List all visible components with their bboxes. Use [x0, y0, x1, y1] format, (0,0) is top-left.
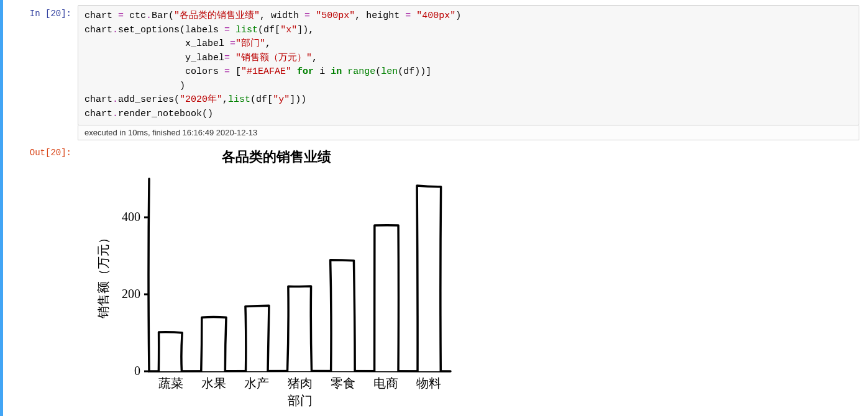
code-text [230, 25, 235, 35]
code-string: "500px" [316, 11, 355, 21]
code-string: "x" [280, 25, 297, 35]
code-text: (df[ [250, 94, 273, 105]
y-axis-label: 销售额（万元） [96, 232, 110, 319]
code-string: "2020年" [180, 94, 222, 105]
code-text [411, 11, 416, 21]
code-text: , [265, 38, 271, 49]
code-op: . [112, 109, 118, 119]
code-builtin: list [235, 25, 258, 35]
y-tick-label: 400 [122, 210, 140, 224]
bar-chart: 0200400蔬菜水果水产猪肉零食电商物料部门销售额（万元） [90, 173, 463, 409]
input-row: In [20]: chart = ctc.Bar("各品类的销售业绩", wid… [3, 5, 868, 140]
code-text: , [222, 94, 228, 105]
code-text: i [314, 66, 331, 77]
code-text: chart [85, 11, 118, 21]
code-text: render_notebook() [118, 109, 213, 119]
x-axis-label: 部门 [288, 394, 313, 407]
code-text: ) [85, 81, 185, 91]
chart-container: 各品类的销售业绩 0200400蔬菜水果水产猪肉零食电商物料部门销售额（万元） [90, 148, 463, 410]
code-text: x_label [85, 38, 230, 49]
code-text: chart [85, 25, 112, 35]
code-op: = [405, 11, 411, 21]
code-text: ]), [297, 25, 314, 35]
code-op: = [230, 38, 235, 49]
code-string: "y" [273, 94, 290, 105]
bar [245, 305, 269, 371]
x-tick-label: 水产 [244, 376, 269, 390]
execution-time: executed in 10ms, finished 16:16:49 2020… [78, 125, 859, 140]
in-prompt: In [20]: [3, 5, 78, 19]
code-text [342, 66, 347, 77]
code-text [291, 66, 297, 77]
code-text: Bar( [152, 11, 174, 21]
code-text: (df[ [258, 25, 280, 35]
code-text: chart [85, 94, 112, 105]
input-area: chart = ctc.Bar("各品类的销售业绩", width = "500… [78, 5, 859, 140]
bar [375, 225, 399, 371]
code-string: "部门" [235, 38, 265, 49]
code-text: set_options(labels [118, 25, 224, 35]
code-text: , [312, 53, 318, 63]
bar [417, 186, 441, 371]
x-tick-label: 蔬菜 [158, 376, 183, 390]
code-text: ( [375, 66, 381, 77]
x-tick-label: 零食 [331, 376, 355, 390]
bar [331, 260, 355, 371]
code-cell[interactable]: chart = ctc.Bar("各品类的销售业绩", width = "500… [78, 5, 859, 125]
code-op: = [224, 25, 230, 35]
code-text: add_series( [118, 94, 180, 105]
code-text: ])) [290, 94, 306, 105]
chart-title: 各品类的销售业绩 [90, 148, 463, 166]
code-keyword: for [297, 66, 314, 77]
code-text: ctc [124, 11, 146, 21]
code-text: ) [455, 11, 461, 21]
code-op: = [118, 11, 124, 21]
code-text: colors [85, 66, 224, 77]
output-row: Out[20]: 各品类的销售业绩 0200400蔬菜水果水产猪肉零食电商物料部… [3, 144, 868, 410]
code-keyword: in [331, 66, 342, 77]
code-string: "#1EAFAE" [241, 66, 291, 77]
code-text [230, 53, 235, 63]
code-string: "400px" [416, 11, 455, 21]
code-op: . [112, 94, 118, 105]
output-area: 各品类的销售业绩 0200400蔬菜水果水产猪肉零食电商物料部门销售额（万元） [78, 144, 868, 410]
code-builtin: len [381, 66, 398, 77]
x-tick-label: 猪肉 [288, 376, 313, 390]
code-op: . [146, 11, 152, 21]
bar [201, 317, 226, 371]
x-tick-label: 物料 [416, 376, 441, 390]
notebook-cell: In [20]: chart = ctc.Bar("各品类的销售业绩", wid… [0, 0, 868, 416]
code-builtin: list [228, 94, 250, 105]
code-string: "销售额（万元）" [235, 53, 312, 63]
code-op: . [112, 25, 118, 35]
out-prompt: Out[20]: [3, 144, 78, 158]
code-op: = [224, 66, 230, 77]
bar [288, 286, 312, 371]
y-tick-label: 200 [122, 287, 140, 301]
code-text: , height [355, 11, 405, 21]
code-text: [ [230, 66, 241, 77]
bar [158, 332, 182, 371]
x-tick-label: 电商 [373, 376, 398, 390]
x-tick-label: 水果 [201, 376, 226, 390]
code-text: y_label [85, 53, 224, 63]
code-text: chart [85, 109, 112, 119]
code-text: (df))] [398, 66, 431, 77]
code-op: = [224, 53, 230, 63]
y-tick-label: 0 [134, 364, 140, 378]
code-op: = [304, 11, 310, 21]
code-text: , width [260, 11, 304, 21]
code-text [310, 11, 316, 21]
code-builtin: range [347, 66, 375, 77]
code-string: "各品类的销售业绩" [174, 11, 260, 21]
